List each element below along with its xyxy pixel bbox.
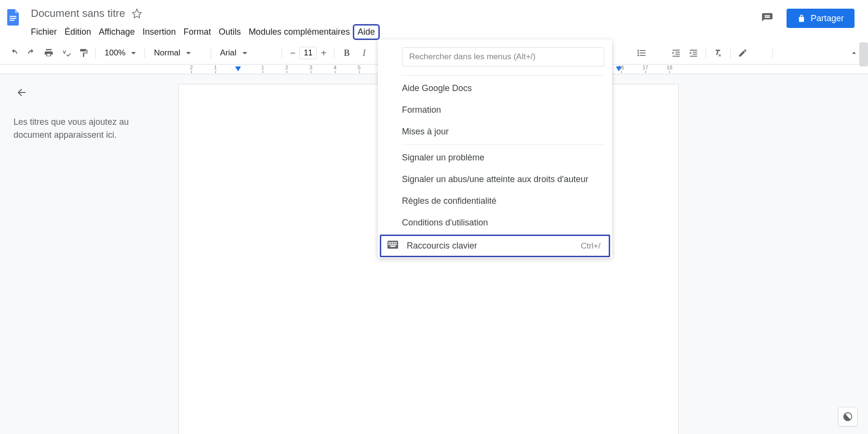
svg-rect-15 (693, 54, 697, 55)
print-button[interactable] (40, 45, 57, 61)
svg-rect-8 (640, 55, 646, 56)
help-menu-dropdown: Aide Google Docs Formation Mises à jour … (378, 39, 612, 258)
paragraph-style-select[interactable]: Normal (149, 45, 207, 61)
editing-mode-dropdown[interactable] (752, 45, 768, 61)
svg-rect-21 (394, 242, 395, 244)
font-size-input[interactable] (299, 47, 317, 59)
font-size-decrease[interactable]: − (286, 46, 299, 60)
comments-button[interactable] (758, 9, 777, 28)
outline-collapse-button[interactable] (13, 84, 31, 101)
header-actions: Partager (758, 9, 860, 28)
menu-addons[interactable]: Modules complémentaires (245, 25, 354, 39)
spellcheck-button[interactable] (58, 45, 74, 61)
italic-button[interactable]: I (356, 45, 372, 61)
pencil-icon (738, 48, 748, 58)
svg-rect-6 (640, 50, 646, 51)
spellcheck-icon (61, 48, 71, 58)
indent-decrease-button[interactable] (668, 45, 684, 61)
svg-point-5 (638, 54, 639, 56)
document-outline: Les titres que vous ajoutez au document … (0, 74, 145, 434)
indent-increase-icon (689, 48, 698, 58)
help-docs-item[interactable]: Aide Google Docs (378, 78, 612, 99)
share-button[interactable]: Partager (787, 9, 855, 28)
editing-mode-button[interactable] (734, 45, 751, 61)
menu-insert[interactable]: Insertion (139, 25, 180, 39)
explore-icon (842, 411, 853, 422)
menubar: Fichier Édition Affichage Insertion Form… (27, 23, 758, 40)
clear-formatting-button[interactable] (710, 45, 726, 61)
help-report-abuse-item[interactable]: Signaler un abus/une atteinte aux droits… (378, 169, 612, 190)
svg-rect-10 (676, 52, 680, 53)
undo-icon (9, 48, 19, 58)
menu-separator (402, 75, 604, 76)
ruler-tick: 16 (618, 65, 624, 70)
help-updates-item[interactable]: Mises à jour (378, 121, 612, 143)
print-icon (44, 48, 53, 58)
svg-rect-12 (673, 56, 680, 57)
redo-icon (27, 48, 36, 58)
indent-marker[interactable] (235, 66, 241, 71)
help-terms-item[interactable]: Conditions d'utilisation (378, 212, 612, 234)
paint-roller-icon (79, 48, 88, 58)
menu-view[interactable]: Affichage (95, 25, 139, 39)
menu-file[interactable]: Fichier (27, 25, 61, 39)
ruler-tick: 1 (214, 65, 217, 70)
ruler-tick: 1 (261, 65, 264, 70)
star-button[interactable] (129, 6, 145, 21)
indent-increase-button[interactable] (685, 45, 702, 61)
bold-button[interactable]: B (338, 45, 355, 61)
svg-rect-26 (394, 244, 395, 245)
svg-rect-18 (388, 242, 390, 244)
explore-button[interactable] (838, 407, 857, 426)
ruler-tick: 2 (190, 65, 193, 70)
list-dropdown[interactable] (651, 45, 667, 61)
help-privacy-item[interactable]: Règles de confidentialité (378, 190, 612, 212)
toolbar-separator (706, 47, 706, 59)
ruler-tick: 4 (334, 65, 336, 70)
help-keyboard-shortcuts-item[interactable]: Raccourcis clavier Ctrl+/ (380, 235, 610, 257)
bulleted-list-button[interactable] (633, 45, 650, 61)
redo-button[interactable] (23, 45, 40, 61)
lock-icon (797, 14, 806, 23)
toolbar-separator (334, 47, 334, 59)
svg-rect-27 (396, 244, 397, 245)
font-select[interactable]: Arial (215, 45, 278, 61)
star-icon (132, 8, 142, 19)
undo-button[interactable] (6, 45, 22, 61)
menu-help[interactable]: Aide (354, 25, 379, 39)
toolbar-separator (145, 47, 145, 59)
arrow-left-icon (16, 87, 28, 98)
menu-search-input[interactable] (402, 47, 604, 66)
svg-rect-7 (640, 53, 646, 53)
font-size-group: − + (286, 46, 330, 60)
zoom-select[interactable]: 100% (100, 45, 141, 61)
help-report-problem-item[interactable]: Signaler un problème (378, 147, 612, 169)
shortcuts-label: Raccourcis clavier (407, 241, 477, 251)
help-training-item[interactable]: Formation (378, 99, 612, 121)
svg-rect-25 (392, 244, 393, 245)
outline-empty-text: Les titres que vous ajoutez au document … (13, 116, 131, 142)
svg-rect-0 (10, 16, 16, 17)
svg-rect-16 (690, 56, 697, 57)
comment-icon (761, 12, 774, 25)
zoom-value: 100% (105, 48, 125, 58)
share-label: Partager (811, 13, 844, 24)
svg-rect-19 (390, 242, 392, 244)
menu-format[interactable]: Format (180, 25, 215, 39)
docs-logo[interactable] (4, 4, 23, 30)
paint-format-button[interactable] (75, 45, 92, 61)
document-title[interactable]: Document sans titre (27, 6, 129, 21)
chevron-down-icon (186, 52, 191, 54)
font-size-increase[interactable]: + (317, 46, 330, 60)
shortcuts-key: Ctrl+/ (581, 241, 601, 251)
toolbar-separator (730, 47, 731, 59)
scrollbar[interactable] (859, 42, 868, 66)
keyboard-icon (387, 240, 398, 251)
svg-rect-1 (10, 18, 16, 19)
toolbar-separator (281, 47, 282, 59)
svg-rect-28 (390, 246, 396, 247)
menu-edit[interactable]: Édition (61, 25, 95, 39)
menu-tools[interactable]: Outils (215, 25, 245, 39)
style-value: Normal (154, 48, 180, 58)
more-dropdown[interactable] (616, 45, 632, 61)
